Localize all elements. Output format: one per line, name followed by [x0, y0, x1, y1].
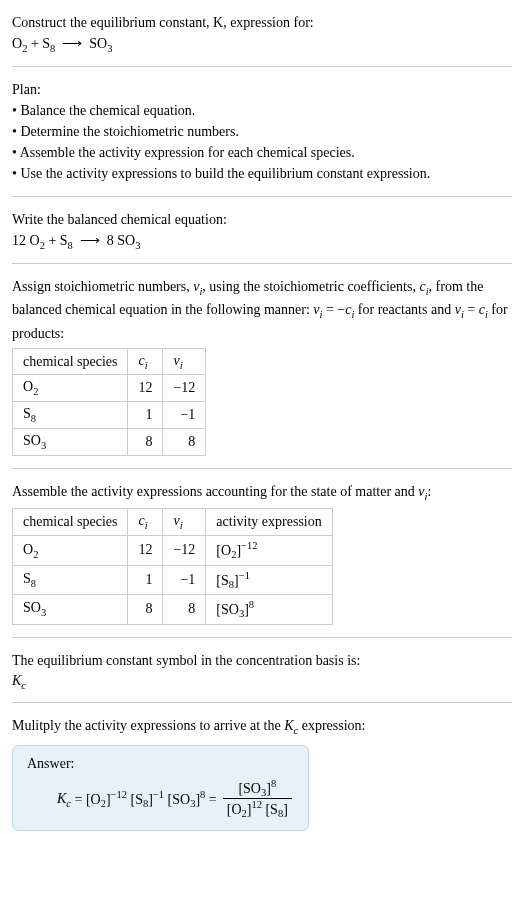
expr-cell: [S8]−1: [206, 565, 332, 594]
v-cell: 8: [163, 595, 206, 624]
answer-equation: Kc = [O2]−12 [S8]−1 [SO3]8 = [SO3]8 [O2]…: [27, 778, 294, 820]
plan-item-text: Assemble the activity expression for eac…: [20, 145, 355, 160]
table-header: chemical species: [13, 348, 128, 375]
multiply-heading: Mulitply the activity expressions to arr…: [12, 715, 512, 739]
v-cell: −12: [163, 536, 206, 565]
table-header: activity expression: [206, 509, 332, 536]
answer-lhs: Kc = [O2]−12 [S8]−1 [SO3]8 =: [57, 789, 217, 809]
v-cell: −1: [163, 565, 206, 594]
answer-box: Answer: Kc = [O2]−12 [S8]−1 [SO3]8 = [SO…: [12, 745, 309, 831]
species-cell: S8: [13, 565, 128, 594]
plan-item: • Determine the stoichiometric numbers.: [12, 121, 512, 142]
symbol-heading: The equilibrium constant symbol in the c…: [12, 650, 512, 671]
plan-item: • Use the activity expressions to build …: [12, 163, 512, 184]
table-header: νi: [163, 509, 206, 536]
plan-item-text: Determine the stoichiometric numbers.: [20, 124, 239, 139]
symbol-section: The equilibrium constant symbol in the c…: [12, 650, 512, 691]
multiply-section: Mulitply the activity expressions to arr…: [12, 715, 512, 830]
table-row: O2 12 −12: [13, 375, 206, 402]
divider: [12, 702, 512, 703]
expr-cell: [O2]−12: [206, 536, 332, 565]
plan-item-text: Balance the chemical equation.: [20, 103, 195, 118]
table-header-row: chemical species ci νi: [13, 348, 206, 375]
answer-label: Answer:: [27, 756, 294, 772]
c-cell: 8: [128, 595, 163, 624]
v-cell: −1: [163, 402, 206, 429]
table-header-row: chemical species ci νi activity expressi…: [13, 509, 333, 536]
fraction-denominator: [O2]12 [S8]: [223, 799, 292, 819]
divider: [12, 66, 512, 67]
activity-table: chemical species ci νi activity expressi…: [12, 508, 333, 624]
divider: [12, 196, 512, 197]
balanced-section: Write the balanced chemical equation: 12…: [12, 209, 512, 251]
intro-section: Construct the equilibrium constant, K, e…: [12, 12, 512, 54]
v-cell: 8: [163, 429, 206, 456]
table-row: O2 12 −12 [O2]−12: [13, 536, 333, 565]
species-cell: O2: [13, 536, 128, 565]
table-header: νi: [163, 348, 206, 375]
plan-heading: Plan:: [12, 79, 512, 100]
table-header: ci: [128, 348, 163, 375]
activity-section: Assemble the activity expressions accoun…: [12, 481, 512, 625]
stoich-table: chemical species ci νi O2 12 −12 S8 1 −1…: [12, 348, 206, 456]
balanced-heading: Write the balanced chemical equation:: [12, 209, 512, 230]
c-cell: 1: [128, 402, 163, 429]
c-cell: 12: [128, 536, 163, 565]
intro-formula: O2 + S8 ⟶ SO3: [12, 35, 512, 54]
table-header: ci: [128, 509, 163, 536]
species-cell: SO3: [13, 595, 128, 624]
plan-item-text: Use the activity expressions to build th…: [20, 166, 430, 181]
divider: [12, 468, 512, 469]
species-cell: S8: [13, 402, 128, 429]
species-cell: SO3: [13, 429, 128, 456]
species-cell: O2: [13, 375, 128, 402]
c-cell: 8: [128, 429, 163, 456]
expr-cell: [SO3]8: [206, 595, 332, 624]
table-row: SO3 8 8 [SO3]8: [13, 595, 333, 624]
table-row: S8 1 −1: [13, 402, 206, 429]
symbol-value: Kc: [12, 673, 512, 691]
c-cell: 1: [128, 565, 163, 594]
intro-text: Construct the equilibrium constant, K, e…: [12, 12, 512, 33]
v-cell: −12: [163, 375, 206, 402]
balanced-formula: 12 O2 + S8 ⟶ 8 SO3: [12, 232, 512, 251]
stoich-text: Assign stoichiometric numbers, νi, using…: [12, 276, 512, 344]
divider: [12, 637, 512, 638]
answer-fraction: [SO3]8 [O2]12 [S8]: [223, 778, 292, 820]
table-row: SO3 8 8: [13, 429, 206, 456]
table-header: chemical species: [13, 509, 128, 536]
plan-item: • Assemble the activity expression for e…: [12, 142, 512, 163]
plan-section: Plan: • Balance the chemical equation. •…: [12, 79, 512, 184]
divider: [12, 263, 512, 264]
activity-text: Assemble the activity expressions accoun…: [12, 481, 512, 505]
plan-item: • Balance the chemical equation.: [12, 100, 512, 121]
c-cell: 12: [128, 375, 163, 402]
fraction-numerator: [SO3]8: [223, 778, 292, 799]
stoich-section: Assign stoichiometric numbers, νi, using…: [12, 276, 512, 456]
table-row: S8 1 −1 [S8]−1: [13, 565, 333, 594]
